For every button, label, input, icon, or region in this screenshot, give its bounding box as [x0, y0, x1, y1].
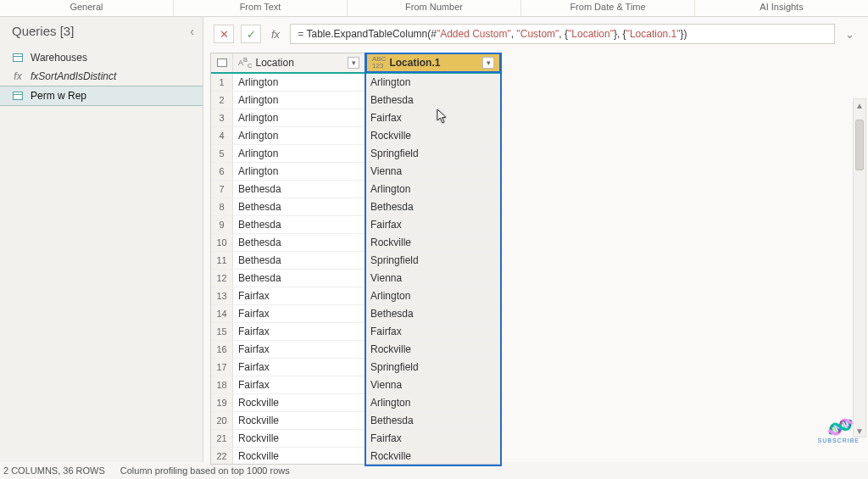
column-filter-dropdown-icon[interactable]: ▾ — [482, 57, 494, 69]
table-row[interactable]: 14FairfaxBethesda — [211, 305, 501, 323]
cell-location1[interactable]: Arlington — [365, 181, 501, 198]
cell-location[interactable]: Fairfax — [233, 287, 365, 304]
row-number[interactable]: 10 — [211, 234, 233, 251]
row-number[interactable]: 5 — [211, 145, 233, 162]
expand-formula-icon[interactable]: ⌄ — [842, 28, 858, 41]
row-number[interactable]: 16 — [211, 341, 233, 358]
cell-location1[interactable]: Springfield — [365, 252, 501, 269]
row-number[interactable]: 7 — [211, 181, 233, 198]
row-number[interactable]: 18 — [211, 376, 233, 393]
column-header[interactable]: ABC123Location.1▾ — [365, 53, 501, 73]
row-number[interactable]: 14 — [211, 305, 233, 322]
row-number[interactable]: 6 — [211, 163, 233, 180]
column-filter-dropdown-icon[interactable]: ▾ — [348, 57, 359, 69]
row-number[interactable]: 8 — [211, 198, 233, 215]
cell-location1[interactable]: Fairfax — [365, 430, 501, 447]
cell-location1[interactable]: Rockville — [365, 341, 501, 358]
cell-location[interactable]: Arlington — [233, 127, 365, 144]
table-row[interactable]: 20RockvilleBethesda — [211, 412, 501, 430]
query-item[interactable]: Warehouses — [0, 48, 203, 67]
table-row[interactable]: 7BethesdaArlington — [211, 181, 501, 198]
scroll-thumb[interactable] — [855, 120, 864, 170]
row-number[interactable]: 11 — [211, 252, 233, 269]
cell-location[interactable]: Bethesda — [233, 181, 365, 198]
table-row[interactable]: 9BethesdaFairfax — [211, 216, 501, 234]
table-row[interactable]: 19RockvilleArlington — [211, 394, 501, 412]
table-row[interactable]: 3ArlingtonFairfax — [211, 109, 501, 127]
row-number[interactable]: 19 — [211, 394, 233, 411]
cell-location[interactable]: Arlington — [233, 92, 365, 109]
table-row[interactable]: 13FairfaxArlington — [211, 287, 501, 305]
cell-location[interactable]: Rockville — [233, 412, 365, 429]
row-number[interactable]: 2 — [211, 92, 233, 109]
datatype-icon[interactable]: ABC — [238, 56, 252, 70]
cell-location1[interactable]: Bethesda — [365, 198, 501, 215]
row-number[interactable]: 17 — [211, 359, 233, 376]
cell-location1[interactable]: Springfield — [365, 145, 501, 162]
cell-location1[interactable]: Springfield — [365, 359, 501, 376]
table-row[interactable]: 1ArlingtonArlington — [211, 74, 501, 92]
cell-location1[interactable]: Bethesda — [365, 92, 501, 109]
cell-location1[interactable]: Rockville — [365, 448, 501, 464]
ribbon-tab[interactable]: From Text — [174, 0, 348, 16]
cell-location1[interactable]: Arlington — [365, 287, 501, 304]
row-number[interactable]: 15 — [211, 323, 233, 340]
table-row[interactable]: 8BethesdaBethesda — [211, 198, 501, 216]
row-number[interactable]: 3 — [211, 109, 233, 126]
cell-location[interactable]: Bethesda — [233, 198, 365, 215]
column-header[interactable]: ABCLocation▾ — [233, 53, 365, 72]
cell-location[interactable]: Bethesda — [233, 234, 365, 251]
table-row[interactable]: 2ArlingtonBethesda — [211, 92, 501, 109]
cell-location[interactable]: Arlington — [233, 163, 365, 180]
table-row[interactable]: 5ArlingtonSpringfield — [211, 145, 501, 163]
vertical-scrollbar[interactable]: ▲ ▼ — [853, 98, 866, 437]
cell-location[interactable]: Arlington — [233, 109, 365, 126]
cell-location1[interactable]: Rockville — [365, 127, 501, 144]
table-row[interactable]: 18FairfaxVienna — [211, 376, 501, 394]
query-item[interactable]: fxfxSortAndIsDistinct — [0, 67, 203, 86]
table-row[interactable]: 10BethesdaRockville — [211, 234, 501, 252]
cell-location[interactable]: Fairfax — [233, 376, 365, 393]
cell-location[interactable]: Rockville — [233, 394, 365, 411]
cell-location1[interactable]: Fairfax — [365, 323, 501, 340]
datatype-icon[interactable]: ABC123 — [372, 56, 386, 70]
cell-location1[interactable]: Vienna — [365, 270, 501, 287]
commit-button[interactable]: ✓ — [241, 25, 261, 43]
row-number[interactable]: 1 — [211, 74, 233, 91]
ribbon-tab[interactable]: From Number — [348, 0, 521, 16]
cell-location1[interactable]: Arlington — [365, 74, 501, 91]
row-number[interactable]: 20 — [211, 412, 233, 429]
collapse-icon[interactable]: ‹ — [190, 25, 194, 38]
table-row[interactable]: 11BethesdaSpringfield — [211, 252, 501, 270]
cell-location1[interactable]: Bethesda — [365, 305, 501, 322]
cell-location[interactable]: Bethesda — [233, 270, 365, 287]
row-number[interactable]: 12 — [211, 270, 233, 287]
table-row[interactable]: 6ArlingtonVienna — [211, 163, 501, 181]
table-row[interactable]: 12BethesdaVienna — [211, 270, 501, 287]
cell-location[interactable]: Fairfax — [233, 323, 365, 340]
cell-location1[interactable]: Vienna — [365, 376, 501, 393]
cell-location1[interactable]: Fairfax — [365, 109, 501, 126]
table-row[interactable]: 15FairfaxFairfax — [211, 323, 501, 341]
cell-location1[interactable]: Arlington — [365, 394, 501, 411]
cell-location1[interactable]: Fairfax — [365, 216, 501, 233]
row-number[interactable]: 4 — [211, 127, 233, 144]
formula-input[interactable]: = Table.ExpandTableColumn(#"Added Custom… — [290, 24, 835, 44]
cell-location[interactable]: Arlington — [233, 145, 365, 162]
table-row[interactable]: 4ArlingtonRockville — [211, 127, 501, 145]
row-number[interactable]: 13 — [211, 287, 233, 304]
cell-location[interactable]: Bethesda — [233, 216, 365, 233]
table-row[interactable]: 17FairfaxSpringfield — [211, 359, 501, 376]
cell-location1[interactable]: Rockville — [365, 234, 501, 251]
scroll-up-arrow-icon[interactable]: ▲ — [854, 99, 865, 111]
query-item[interactable]: Perm w Rep — [0, 86, 203, 106]
cell-location[interactable]: Rockville — [233, 430, 365, 447]
ribbon-tab[interactable]: General — [0, 0, 174, 16]
grid-corner[interactable] — [211, 53, 233, 72]
cell-location[interactable]: Fairfax — [233, 359, 365, 376]
cell-location[interactable]: Fairfax — [233, 305, 365, 322]
table-row[interactable]: 21RockvilleFairfax — [211, 430, 501, 448]
ribbon-tab[interactable]: AI Insights — [695, 0, 868, 16]
cell-location[interactable]: Bethesda — [233, 252, 365, 269]
cell-location1[interactable]: Vienna — [365, 163, 501, 180]
